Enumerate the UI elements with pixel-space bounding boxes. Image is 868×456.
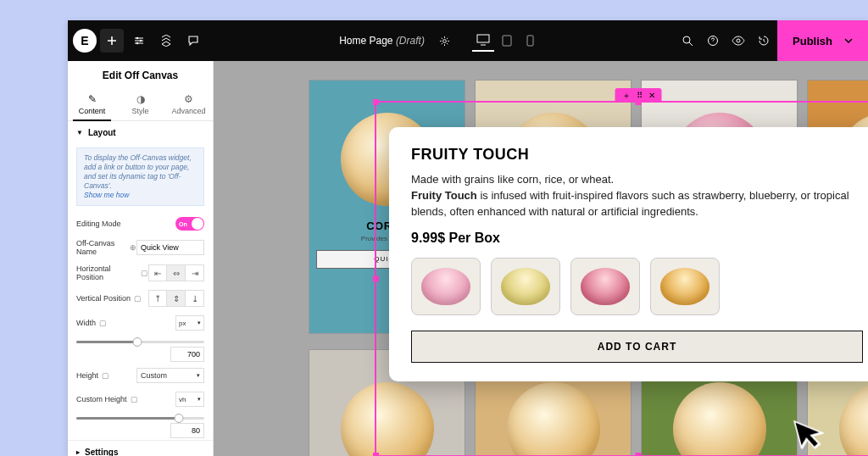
layout-notice: To display the Off-Canvas widget, add a … [76, 147, 204, 206]
add-element-button[interactable] [100, 29, 124, 53]
svg-point-0 [136, 37, 139, 40]
responsive-icon[interactable]: ▢ [131, 395, 138, 403]
align-left-icon[interactable]: ⇤ [148, 264, 167, 281]
editor-canvas[interactable]: CORNF Provides a subtle QUICK TOUCH to g… [214, 61, 868, 456]
height-select[interactable]: Custom▾ [136, 368, 204, 383]
history-icon[interactable] [752, 29, 776, 53]
width-value-input[interactable] [170, 347, 204, 362]
dynamic-icon[interactable]: ⊕ [130, 243, 136, 252]
svg-point-9 [737, 39, 740, 42]
custom-height-slider[interactable] [76, 417, 204, 420]
device-desktop-icon[interactable] [472, 30, 494, 52]
height-label: Height [76, 371, 98, 380]
svg-rect-4 [477, 35, 489, 42]
offcanvas-name-label: Off-Canvas Name [76, 239, 126, 256]
width-label: Width [76, 319, 96, 327]
vpos-label: Vertical Position [76, 294, 131, 303]
product-image [341, 382, 434, 456]
tab-advanced[interactable]: ⚙ Advanced [164, 88, 213, 120]
variant-thumbnail[interactable] [491, 258, 560, 315]
align-bottom-icon[interactable]: ⤓ [186, 290, 204, 307]
panel-title: Edit Off Canvas [68, 61, 213, 88]
notes-icon[interactable] [181, 29, 205, 53]
variant-thumbnail[interactable] [650, 258, 720, 315]
tab-content[interactable]: ✎ Content [68, 88, 116, 120]
settings-icon[interactable] [127, 29, 151, 53]
responsive-icon[interactable]: ▢ [102, 371, 109, 380]
product-image [507, 382, 600, 456]
custom-height-unit-select[interactable]: vh▾ [175, 392, 204, 407]
pencil-icon: ✎ [68, 93, 116, 105]
svg-point-1 [140, 40, 142, 42]
vpos-buttons[interactable]: ⤒ ⇕ ⤓ [148, 290, 204, 307]
section-settings-header[interactable]: ▸ Settings [68, 440, 213, 456]
modal-title: FRUITY TOUCH [411, 146, 863, 164]
svg-rect-5 [503, 36, 511, 46]
preview-icon[interactable] [726, 29, 750, 53]
offcanvas-name-input[interactable] [136, 240, 204, 255]
gear-icon: ⚙ [164, 93, 213, 105]
responsive-icon[interactable]: ▢ [99, 319, 107, 327]
caret-down-icon: ▼ [76, 129, 83, 136]
align-top-icon[interactable]: ⤒ [148, 290, 167, 307]
variant-thumbnail[interactable] [570, 258, 640, 315]
section-layout-header[interactable]: ▼ Layout [68, 121, 213, 144]
align-middle-icon[interactable]: ⇕ [167, 290, 186, 307]
modal-price: 9.99$ Per Box [411, 231, 863, 246]
help-icon[interactable] [701, 29, 725, 53]
svg-point-3 [443, 39, 447, 42]
device-tablet-icon[interactable] [496, 30, 518, 52]
structure-icon[interactable] [154, 29, 178, 53]
custom-height-label: Custom Height [76, 395, 127, 403]
editing-mode-label: Editing Mode [76, 220, 121, 228]
caret-right-icon: ▸ [76, 448, 80, 456]
publish-button[interactable]: Publish [777, 20, 868, 61]
responsive-icon[interactable]: ▢ [141, 269, 148, 277]
variant-thumbnail[interactable] [411, 258, 481, 315]
add-to-cart-button[interactable]: ADD TO CART [411, 331, 863, 363]
page-title: Home Page (Draft) [339, 35, 425, 47]
page-settings-icon[interactable] [433, 29, 457, 53]
offcanvas-modal: FRUITY TOUCH Made with grains like corn,… [389, 127, 868, 381]
notice-link[interactable]: Show me how [84, 191, 129, 199]
width-unit-select[interactable]: px▾ [175, 315, 204, 331]
finder-icon[interactable] [676, 29, 699, 53]
elementor-logo-icon[interactable]: E [73, 29, 97, 53]
style-icon: ◑ [116, 93, 164, 105]
custom-height-value-input[interactable] [170, 423, 204, 438]
hpos-label: Horizontal Position [76, 264, 137, 281]
svg-point-7 [683, 36, 690, 43]
align-right-icon[interactable]: ⇥ [186, 264, 204, 281]
responsive-icon[interactable]: ▢ [134, 294, 142, 303]
align-center-icon[interactable]: ⇔ [167, 264, 186, 281]
device-mobile-icon[interactable] [520, 30, 542, 52]
svg-rect-6 [527, 36, 533, 46]
svg-point-2 [136, 42, 139, 45]
hpos-buttons[interactable]: ⇤ ⇔ ⇥ [148, 264, 204, 281]
width-slider[interactable] [76, 341, 204, 343]
topbar: E Home Page (Draft) [68, 20, 868, 61]
modal-description: Made with grains like corn, rice, or whe… [411, 172, 863, 220]
tab-style[interactable]: ◑ Style [116, 88, 164, 120]
chevron-down-icon [844, 38, 853, 43]
product-image [673, 382, 766, 456]
editing-mode-toggle[interactable]: On [175, 217, 204, 231]
product-image [839, 382, 869, 456]
edit-panel: Edit Off Canvas ✎ Content ◑ Style ⚙ Adva… [68, 61, 214, 456]
